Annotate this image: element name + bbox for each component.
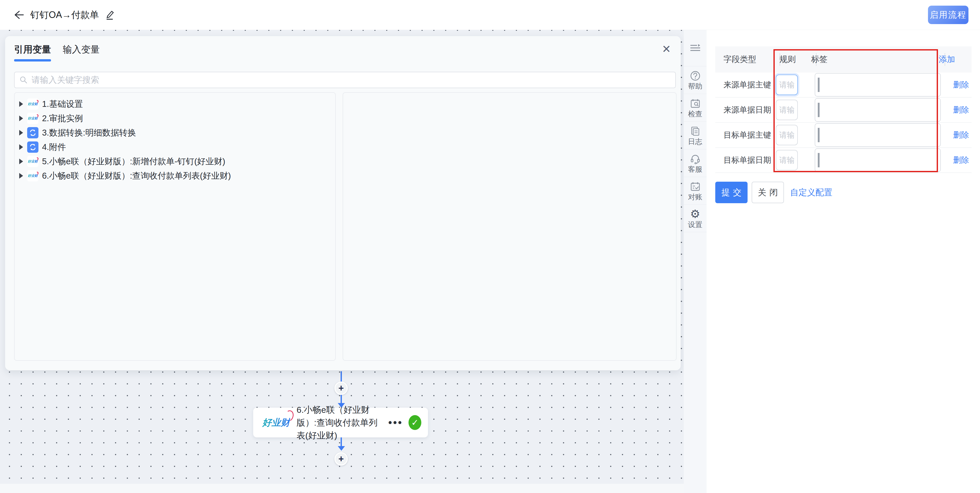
field-type-label: 目标单据日期 [724,155,771,165]
page-title: 钉钉OA→付款单 [30,9,99,21]
mapping-table-header: 字段类型 规则 标签 添加 [715,46,972,73]
flow-node-card[interactable]: 好业财 6.小畅e联（好业财版）:查询收付款单列表(好业财) ••• ✓ [253,408,428,437]
add-row-button[interactable]: 添加 [939,54,955,65]
flow-connector-line [340,437,342,447]
text-caret [818,78,819,92]
edit-title-button[interactable] [104,9,115,21]
field-mapping-panel: 字段类型 规则 标签 添加 来源单据主键 删除 来源单据日期 删除 目标单据主键… [706,30,980,493]
variable-picker-modal: 引用变量 输入变量 ✕ 好业财 1.基础设置 好业财 2.审批实例 [5,36,681,370]
log-icon [690,126,701,137]
close-icon[interactable]: ✕ [660,41,673,57]
canvas-scroll-track [0,484,684,493]
help-icon [690,70,701,81]
gear-icon: ⚙ [690,208,700,219]
tree-item[interactable]: 4.附件 [14,140,335,154]
mapping-row: 来源单据日期 删除 [715,98,972,123]
mapping-row: 目标单据日期 删除 [715,148,972,173]
sidebar-item-support[interactable]: 客服 [684,149,706,177]
back-button[interactable] [11,8,25,22]
column-field-type: 字段类型 [724,54,771,65]
delete-row-button[interactable]: 删除 [953,155,969,165]
sidebar-item-settings[interactable]: ⚙ 设置 [684,205,706,232]
node-more-button[interactable]: ••• [388,417,403,428]
column-tag: 标签 [811,54,921,65]
rule-input[interactable] [776,150,798,170]
variable-detail-panel [343,92,676,361]
caret-right-icon[interactable] [19,101,23,107]
flow-node-title: 6.小畅e联（好业财版）:查询收付款单列表(好业财) [296,403,385,442]
tag-input[interactable] [815,73,941,97]
side-toolbar: 帮助 检查 日志 客服 [684,30,706,493]
sidebar-item-log[interactable]: 日志 [684,121,706,149]
haoyecai-logo: 好业财 [27,170,38,181]
plus-icon: + [338,383,344,393]
variable-tree-panel: 好业财 1.基础设置 好业财 2.审批实例 3.数 [14,92,336,361]
rule-input[interactable] [776,75,798,95]
text-caret [818,103,819,117]
reconcile-icon [690,181,701,192]
data-transform-icon [27,142,38,153]
top-bar: 钉钉OA→付款单 启用流程 [0,0,980,30]
tab-reference-variables[interactable]: 引用变量 [14,43,51,62]
flow-connector-line [340,371,342,382]
add-step-button-top[interactable]: + [334,382,348,395]
delete-row-button[interactable]: 删除 [953,105,969,115]
submit-button[interactable]: 提交 [715,182,748,203]
sidebar-item-help[interactable]: 帮助 [684,66,706,94]
caret-right-icon[interactable] [19,173,23,178]
tree-item[interactable]: 好业财 2.审批实例 [14,111,335,126]
search-icon [19,76,28,84]
haoyecai-logo: 好业财 [260,412,293,433]
inspect-icon [690,98,701,109]
arrow-down-icon [338,446,345,451]
haoyecai-logo: 好业财 [27,99,38,110]
tree-item[interactable]: 好业财 1.基础设置 [14,97,335,111]
panel-actions: 提交 关闭 自定义配置 [715,182,832,203]
tag-input[interactable] [815,123,941,147]
collapse-icon [689,44,701,53]
arrow-left-icon [13,10,24,20]
haoyecai-logo: 好业财 [27,156,38,167]
modal-tabs: 引用变量 输入变量 [14,43,100,62]
delete-row-button[interactable]: 删除 [953,80,969,90]
custom-config-link[interactable]: 自定义配置 [790,187,832,198]
field-type-label: 来源单据日期 [724,105,771,115]
plus-icon: + [338,454,344,464]
caret-right-icon[interactable] [19,116,23,121]
tree-item[interactable]: 好业财 5.小畅e联（好业财版）:新增付款单-钉钉(好业财) [14,154,335,169]
tag-input[interactable] [815,148,941,172]
text-caret [818,153,819,167]
column-rule: 规则 [780,54,800,65]
rule-input[interactable] [776,125,798,145]
add-step-button-bottom[interactable]: + [334,452,348,466]
pencil-icon [104,9,115,21]
tree-item[interactable]: 好业财 6.小畅e联（好业财版）:查询收付款单列表(好业财) [14,169,335,183]
close-button[interactable]: 关闭 [752,182,784,203]
mapping-row: 目标单据主键 删除 [715,123,972,148]
tag-input[interactable] [815,98,941,122]
variable-search[interactable] [14,72,676,88]
support-icon [690,153,701,164]
mapping-row: 来源单据主键 删除 [715,73,972,98]
search-input[interactable] [32,75,671,85]
field-type-label: 来源单据主键 [724,80,771,90]
text-caret [818,128,819,142]
enable-flow-button[interactable]: 启用流程 [928,6,969,24]
tab-input-variables[interactable]: 输入变量 [63,43,100,62]
tree-item[interactable]: 3.数据转换:明细数据转换 [14,126,335,140]
haoyecai-logo: 好业财 [27,113,38,124]
data-transform-icon [27,127,38,138]
delete-row-button[interactable]: 删除 [953,130,969,140]
caret-right-icon[interactable] [19,130,23,135]
collapse-panel-button[interactable] [684,30,706,66]
rule-input[interactable] [776,100,798,120]
field-type-label: 目标单据主键 [724,130,771,140]
caret-right-icon[interactable] [19,159,23,164]
flow-connector-line [340,395,342,404]
caret-right-icon[interactable] [19,144,23,150]
sidebar-item-reconcile[interactable]: 对账 [684,177,706,205]
sidebar-item-inspect[interactable]: 检查 [684,94,706,121]
success-status-icon: ✓ [409,415,421,430]
